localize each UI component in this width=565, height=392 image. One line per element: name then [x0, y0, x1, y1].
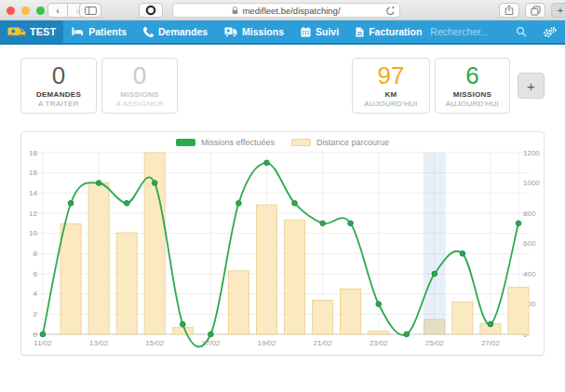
svg-text:21/02: 21/02 — [314, 339, 333, 347]
nav-item-facturation[interactable]: Facturation — [347, 20, 430, 43]
zoom-window-button[interactable] — [36, 7, 45, 15]
svg-text:2: 2 — [34, 310, 38, 318]
add-widget-button[interactable]: + — [518, 73, 545, 99]
svg-text:11/02: 11/02 — [34, 339, 52, 347]
brand-home-link[interactable]: TEST — [0, 20, 63, 43]
missions-distance-chart[interactable]: 02468101214161802004006008001000120011/0… — [21, 132, 545, 356]
back-button[interactable]: ‹ — [47, 3, 68, 18]
svg-text:1200: 1200 — [523, 149, 540, 157]
new-tab-button[interactable]: + — [551, 3, 565, 18]
address-bar[interactable]: medifleet.be/dispatching/ — [172, 3, 400, 18]
legend-item-missions: Missions effectuées — [176, 138, 275, 147]
chart-legend: Missions effectuées Distance parcourue — [21, 138, 544, 147]
extension-button[interactable] — [139, 3, 163, 18]
stat-value: 0 — [21, 61, 96, 89]
share-button[interactable] — [499, 3, 519, 18]
legend-swatch-bar — [291, 139, 311, 146]
ambulance-logo-icon — [7, 26, 26, 38]
stat-sublabel: A TRAITER — [21, 100, 96, 108]
share-icon — [504, 5, 514, 16]
browser-toolbar: ‹ › medifleet.be/dispatching/ + — [0, 0, 565, 20]
svg-text:12: 12 — [29, 210, 37, 218]
show-tabs-button[interactable] — [525, 3, 545, 18]
svg-text:27/02: 27/02 — [481, 339, 501, 347]
svg-text:400: 400 — [523, 270, 536, 278]
legend-item-distance: Distance parcourue — [291, 138, 389, 147]
stat-card-km-aujourdhui[interactable]: 97 KM AUJOURD'HUI — [352, 58, 430, 114]
nav-item-demandes[interactable]: Demandes — [135, 20, 216, 43]
stat-value: 6 — [436, 61, 509, 89]
nav-item-suivi[interactable]: Suivi — [292, 20, 347, 43]
navbar-right: Support Zileo — [430, 20, 565, 43]
legend-swatch-line — [176, 139, 195, 146]
app-navbar: TEST Patients Demandes Missions Suivi F — [0, 20, 565, 45]
stat-value: 97 — [353, 61, 429, 89]
svg-text:0: 0 — [34, 331, 38, 339]
calendar-icon — [301, 27, 311, 37]
svg-text:18: 18 — [29, 149, 37, 157]
stat-card-missions-aujourdhui[interactable]: 6 MISSIONS AUJOURD'HUI — [435, 58, 510, 114]
legend-label: Distance parcourue — [316, 138, 389, 147]
tabs-icon — [531, 6, 541, 16]
svg-text:6: 6 — [34, 270, 38, 278]
gears-icon — [543, 26, 557, 38]
sidebar-toggle-button[interactable] — [79, 3, 101, 18]
search-icon — [516, 26, 527, 37]
close-window-button[interactable] — [7, 7, 15, 15]
invoice-icon — [356, 27, 364, 37]
url-text: medifleet.be/dispatching/ — [242, 6, 340, 16]
padlock-icon — [232, 7, 238, 15]
reload-button[interactable] — [385, 6, 396, 18]
nav-label: Suivi — [316, 26, 339, 37]
svg-text:23/02: 23/02 — [370, 339, 389, 347]
stat-card-missions-a-assigner[interactable]: 0 MISSIONS A ASSIGNER — [101, 58, 178, 114]
nav-item-patients[interactable]: Patients — [63, 20, 135, 43]
nav-label: Patients — [88, 26, 127, 37]
dispatch-chart-card: 02468101214161802004006008001000120011/0… — [20, 131, 545, 356]
svg-text:800: 800 — [523, 210, 536, 218]
reload-icon — [385, 6, 396, 16]
svg-text:4: 4 — [34, 290, 38, 298]
nav-item-missions[interactable]: Missions — [216, 20, 292, 43]
phone-icon — [143, 27, 154, 37]
svg-text:8: 8 — [34, 250, 38, 258]
bed-icon — [72, 27, 84, 36]
svg-text:16: 16 — [29, 169, 37, 177]
nav-label: Missions — [242, 26, 284, 37]
sidebar-icon — [85, 7, 97, 15]
search-submit[interactable] — [516, 26, 527, 37]
svg-text:1000: 1000 — [523, 179, 540, 187]
svg-text:25/02: 25/02 — [425, 339, 445, 347]
stat-label: MISSIONS — [436, 90, 509, 99]
nav-label: Facturation — [369, 26, 422, 37]
stat-value: 0 — [102, 61, 177, 89]
svg-text:19/02: 19/02 — [257, 339, 276, 347]
brand-label: TEST — [30, 26, 56, 37]
settings-button[interactable] — [543, 26, 557, 38]
stat-card-demandes[interactable]: 0 DEMANDES A TRAITER — [20, 58, 97, 114]
stat-sublabel: A ASSIGNER — [102, 100, 177, 108]
svg-text:13/02: 13/02 — [89, 339, 109, 347]
ambulance-icon — [224, 27, 237, 37]
svg-text:10: 10 — [29, 229, 37, 237]
window-controls — [7, 7, 45, 15]
stat-sublabel: AUJOURD'HUI — [353, 100, 429, 108]
search-input[interactable] — [430, 26, 516, 37]
nav-label: Demandes — [158, 26, 208, 37]
stat-sublabel: AUJOURD'HUI — [436, 100, 509, 108]
stat-label: MISSIONS — [102, 90, 177, 99]
minimize-window-button[interactable] — [21, 7, 30, 15]
svg-text:600: 600 — [523, 239, 536, 248]
svg-text:15/02: 15/02 — [145, 339, 165, 347]
stat-label: DEMANDES — [21, 90, 96, 99]
ring-icon — [145, 5, 156, 16]
legend-label: Missions effectuées — [201, 138, 275, 147]
stat-label: KM — [353, 90, 429, 99]
svg-text:14: 14 — [29, 189, 37, 197]
